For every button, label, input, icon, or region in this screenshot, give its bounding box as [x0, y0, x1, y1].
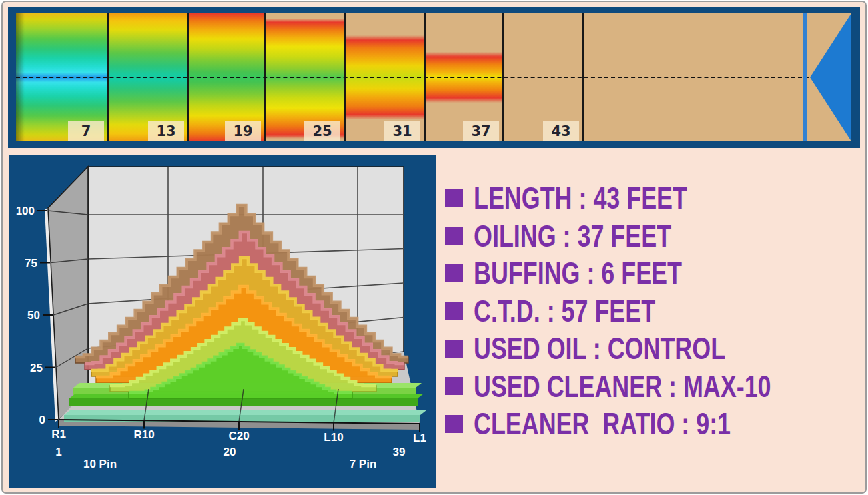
info-row-c-t-d-: C.T.D. : 57 FEET — [445, 296, 707, 326]
x-tick-label: L10 — [324, 431, 343, 444]
lane-oil-strip-content: 7131925313743 — [16, 13, 851, 141]
info-row-buffing: BUFFING : 6 FEET — [445, 258, 741, 288]
pattern-info-panel: LENGTH : 43 FEETOILING : 37 FEETBUFFING … — [445, 155, 861, 488]
info-text: BUFFING : 6 FEET — [474, 258, 682, 288]
info-text: OILING : 37 FEET — [474, 221, 671, 251]
bullet-square-icon — [445, 415, 463, 433]
bullet-square-icon — [445, 302, 463, 320]
pin-label: 7 Pin — [350, 458, 377, 470]
bullet-square-icon — [445, 189, 463, 207]
y-tick-label: 75 — [25, 257, 37, 270]
lane-center-dashed-line — [16, 77, 809, 78]
info-row-oiling: OILING : 37 FEET — [445, 221, 727, 251]
distance-marker-31: 31 — [384, 121, 420, 141]
oil-3d-chart-panel: 0255075100R1R10C20L10L11203910 Pin7 Pin — [9, 155, 436, 488]
board-number-label: 39 — [393, 446, 406, 458]
distance-marker-19: 19 — [225, 121, 261, 141]
distance-marker-13: 13 — [148, 121, 184, 141]
bullet-square-icon — [445, 264, 463, 282]
pin-label: 10 Pin — [83, 458, 117, 470]
bullet-square-icon — [445, 227, 463, 245]
pin-deck-arrow-icon — [810, 13, 851, 141]
distance-marker-7: 7 — [68, 121, 104, 141]
x-tick-label: R1 — [51, 428, 66, 440]
pin-deck-line — [803, 13, 807, 141]
x-tick-label: C20 — [228, 430, 249, 442]
x-tick-label: L1 — [413, 432, 426, 444]
distance-marker-43: 43 — [543, 121, 579, 141]
info-text: USED CLEANER : MAX-10 — [474, 371, 771, 402]
oil-3d-chart: 0255075100R1R10C20L10L11203910 Pin7 Pin — [9, 155, 436, 488]
info-row-cleaner-ratio: CLEANER RATIO : 9:1 — [445, 408, 803, 439]
info-row-length: LENGTH : 43 FEET — [445, 183, 747, 213]
lane-oil-strip: 7131925313743 — [8, 7, 860, 148]
bullet-square-icon — [445, 377, 463, 395]
info-text: USED OIL : CONTROL — [474, 333, 725, 364]
distance-marker-25: 25 — [304, 121, 340, 141]
info-text: LENGTH : 43 FEET — [474, 183, 687, 213]
x-tick-label: R10 — [133, 428, 154, 441]
info-row-used-cleaner: USED CLEANER : MAX-10 — [445, 371, 855, 402]
y-tick-label: 50 — [27, 309, 40, 322]
board-number-label: 20 — [224, 446, 236, 458]
board-number-label: 1 — [55, 446, 61, 458]
distance-marker-37: 37 — [463, 121, 499, 141]
info-text: C.T.D. : 57 FEET — [474, 296, 655, 326]
y-tick-label: 0 — [39, 414, 45, 426]
y-tick-label: 100 — [16, 205, 35, 217]
info-row-used-oil: USED OIL : CONTROL — [445, 333, 797, 364]
y-tick-label: 25 — [30, 362, 43, 374]
info-text: CLEANER RATIO : 9:1 — [474, 408, 731, 439]
bullet-square-icon — [445, 340, 463, 358]
